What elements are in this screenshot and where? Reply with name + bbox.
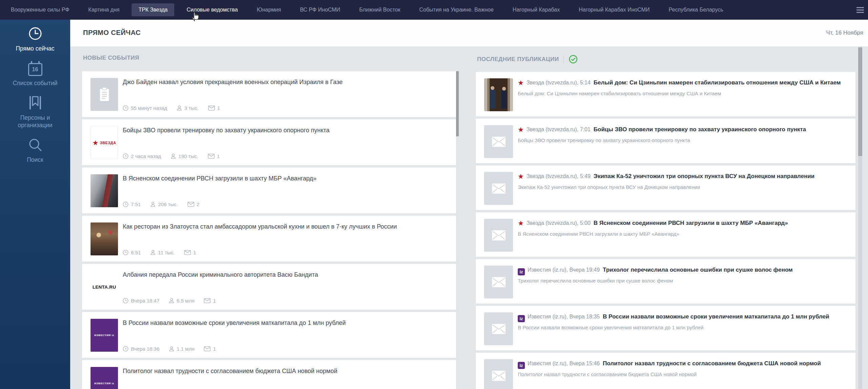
event-meta: 2 часа назад 190 тыс. 1 — [123, 153, 448, 159]
publication-card[interactable]: izИзвестия (iz.ru), Вчера 15:46 Политоло… — [476, 353, 855, 389]
time-icon — [123, 153, 129, 159]
biden-xi-photo[interactable] — [484, 78, 513, 111]
sidebar-item-persons-orgs[interactable]: Персоны и организации — [5, 95, 66, 129]
publication-source[interactable]: Звезда (tvzvezda.ru), 7:01 — [527, 127, 591, 132]
nav-tab-karabakh[interactable]: Нагорный Карабах — [512, 3, 560, 16]
publication-title[interactable]: Политолог назвал трудности с согласовани… — [603, 360, 821, 367]
publication-card[interactable]: izИзвестия (iz.ru), Вчера 18:35 В России… — [476, 306, 855, 350]
publication-source[interactable]: Звезда (tvzvezda.ru), 5:49 — [527, 173, 591, 179]
publication-title[interactable]: В Ясненском соединении РВСН загрузили в … — [594, 220, 788, 226]
comments-icon — [208, 154, 215, 159]
zvezda-star-icon: ★ — [93, 139, 99, 146]
missile-photo[interactable] — [91, 174, 118, 207]
lenta-logo[interactable]: LENTA.RU — [91, 271, 118, 304]
nav-tab-belarus[interactable]: Республика Беларусь — [668, 3, 724, 16]
page-header: ПРЯМО СЕЙЧАС Чт, 16 Ноября — [70, 20, 868, 46]
event-title[interactable]: В России назвали возможные сроки увеличе… — [123, 319, 448, 327]
restaurant-photo[interactable] — [91, 222, 118, 255]
publication-source[interactable]: Звезда (tvzvezda.ru), 5:14 — [527, 80, 591, 85]
hamburger-menu-icon[interactable] — [856, 6, 865, 14]
calendar-icon: 16 — [28, 60, 42, 76]
new-events-list: Джо Байден назвал условия прекращения во… — [82, 71, 456, 389]
comments-icon — [204, 346, 211, 351]
izvestia-logo[interactable]: ИЗВЕСТИЯ iz — [91, 367, 118, 389]
time-icon — [123, 298, 129, 304]
envelope-placeholder-icon[interactable] — [484, 219, 513, 252]
right-list-scrollbar-thumb[interactable] — [858, 47, 862, 156]
event-card[interactable]: ИЗВЕСТИЯ iz Политолог назвал трудности с… — [82, 360, 456, 389]
publication-card[interactable]: ★Звезда (tvzvezda.ru), 7:01 Бойцы ЗВО пр… — [476, 119, 855, 163]
publication-title[interactable]: Бойцы ЗВО провели тренировку по захвату … — [594, 126, 806, 133]
event-title[interactable]: Джо Байден назвал условия прекращения во… — [123, 78, 448, 86]
nav-tab-security-agencies[interactable]: Силовые ведомства — [186, 3, 238, 16]
izvestia-iz-icon: iz — [518, 268, 525, 275]
publication-subtitle: Экипаж Ка-52 уничтожил три опорных пункт… — [518, 183, 847, 191]
event-title[interactable]: Бойцы ЗВО провели тренировку по захвату … — [123, 126, 448, 134]
izvestia-logo[interactable]: ИЗВЕСТИЯ iz — [91, 319, 118, 352]
nav-tab-vsrf-inosmi[interactable]: ВС РФ ИноСМИ — [299, 3, 341, 16]
sidebar-item-live-now[interactable]: Прямо сейчас — [5, 26, 66, 52]
top-nav: Вооруженные силы РФ Картина дня ТРК Звез… — [0, 0, 868, 20]
section-title-latest-publications: ПОСЛЕДНИЕ ПУБЛИКАЦИИ — [477, 55, 578, 64]
publication-subtitle: В Ясненском соединении РВСН загрузили в … — [518, 230, 847, 238]
nav-tab-ukraine-events[interactable]: События на Украине. Важное — [418, 3, 494, 16]
publication-title[interactable]: В России назвали возможные сроки увеличе… — [603, 313, 829, 320]
event-card[interactable]: ★ ЗВЕЗДА Бойцы ЗВО провели тренировку по… — [82, 119, 456, 165]
envelope-placeholder-icon[interactable] — [484, 359, 513, 389]
clock-icon — [28, 26, 43, 41]
event-card[interactable]: В Ясненском соединении РВСН загрузили в … — [82, 168, 456, 213]
comments-icon — [188, 202, 194, 207]
sidebar-item-event-list[interactable]: 16 Список событий — [5, 60, 66, 87]
nav-tab-trk-zvezda[interactable]: ТРК Звезда — [132, 3, 174, 16]
event-title[interactable]: Политолог назвал трудности с согласовани… — [123, 367, 448, 375]
event-title[interactable]: Албания передала России криминального ав… — [123, 271, 448, 279]
time-icon — [123, 346, 129, 352]
publication-title[interactable]: Белый дом: Си Цзиньпин намерен стабилизи… — [594, 79, 841, 86]
publication-title[interactable]: Трихолог перечислила основные ошибки при… — [603, 267, 793, 273]
document-placeholder-icon[interactable] — [91, 78, 118, 111]
event-card[interactable]: Как ресторан из Златоуста стал амбассадо… — [82, 216, 456, 261]
search-icon — [28, 137, 43, 153]
envelope-placeholder-icon[interactable] — [484, 172, 513, 205]
publication-card[interactable]: ★Звезда (tvzvezda.ru), 5:00 В Ясненском … — [476, 212, 855, 257]
views-icon — [177, 105, 182, 111]
nav-tab-yunarmia[interactable]: Юнармия — [256, 3, 281, 16]
publication-title[interactable]: Экипаж Ка-52 уничтожил три опорных пункт… — [594, 173, 815, 179]
event-title[interactable]: В Ясненском соединении РВСН загрузили в … — [123, 174, 448, 182]
event-meta: Вчера 18:36 1.1 млн 1 — [123, 346, 448, 352]
event-meta: 6:51 11 тыс. 1 — [123, 250, 448, 255]
envelope-placeholder-icon[interactable] — [484, 266, 513, 298]
zvezda-logo[interactable]: ★ ЗВЕЗДА — [91, 126, 118, 159]
left-list-scrollbar-thumb[interactable] — [456, 71, 459, 136]
event-card[interactable]: LENTA.RU Албания передала России кримина… — [82, 264, 456, 310]
sidebar-item-label: Поиск — [27, 156, 43, 163]
publication-source[interactable]: Звезда (tvzvezda.ru), 5:00 — [527, 220, 591, 226]
nav-tab-picture-of-day[interactable]: Картина дня — [87, 3, 120, 16]
publication-card[interactable]: ★Звезда (tvzvezda.ru), 5:14 Белый дом: С… — [476, 72, 855, 116]
nav-tab-armed-forces[interactable]: Вооруженные силы РФ — [10, 3, 70, 16]
sidebar-item-label: Персоны и организации — [5, 114, 66, 129]
event-card[interactable]: ИЗВЕСТИЯ iz В России назвали возможные с… — [82, 312, 456, 358]
nav-tab-karabakh-inosmi[interactable]: Нагорный Карабах ИноСМИ — [578, 3, 650, 16]
publication-subtitle: Трихолог перечислила основные ошибки при… — [518, 277, 847, 285]
publication-source[interactable]: Известия (iz.ru), Вчера 19:49 — [528, 267, 600, 273]
publication-source[interactable]: Известия (iz.ru), Вчера 18:35 — [528, 314, 600, 319]
sidebar: Прямо сейчас 16 Список событий Персоны и… — [0, 20, 70, 389]
right-list-scrollbar-track[interactable] — [858, 46, 862, 389]
sidebar-item-label: Прямо сейчас — [16, 45, 54, 52]
nav-tab-middle-east[interactable]: Ближний Восток — [358, 3, 401, 16]
envelope-placeholder-icon[interactable] — [484, 312, 513, 345]
publication-source[interactable]: Известия (iz.ru), Вчера 15:46 — [528, 361, 600, 366]
time-icon — [123, 105, 129, 111]
envelope-placeholder-icon[interactable] — [484, 125, 513, 158]
latest-publications-list: ★Звезда (tvzvezda.ru), 5:14 Белый дом: С… — [476, 72, 855, 389]
sidebar-item-search[interactable]: Поиск — [5, 137, 66, 163]
green-check-icon[interactable] — [569, 55, 578, 64]
comments-icon — [208, 105, 215, 111]
comments-icon — [204, 298, 211, 303]
time-icon — [123, 250, 129, 255]
publication-card[interactable]: izИзвестия (iz.ru), Вчера 19:49 Трихолог… — [476, 259, 855, 304]
event-card[interactable]: Джо Байден назвал условия прекращения во… — [82, 71, 456, 117]
publication-card[interactable]: ★Звезда (tvzvezda.ru), 5:49 Экипаж Ка-52… — [476, 166, 855, 210]
event-title[interactable]: Как ресторан из Златоуста стал амбассадо… — [123, 222, 448, 231]
